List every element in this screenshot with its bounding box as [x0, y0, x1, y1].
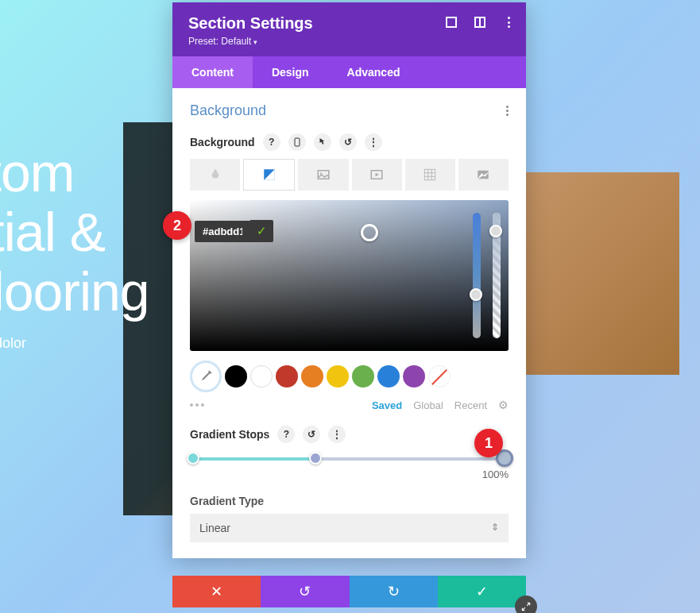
cancel-button[interactable]: ✕: [172, 576, 261, 607]
device-icon[interactable]: [288, 133, 306, 151]
save-button[interactable]: ✓: [438, 576, 526, 607]
bg-type-video[interactable]: [352, 159, 402, 191]
hero-image-right: [524, 172, 679, 375]
swatch-red[interactable]: [276, 365, 298, 387]
alpha-slider[interactable]: [493, 213, 501, 338]
tab-advanced[interactable]: Advanced: [328, 56, 420, 88]
options-icon[interactable]: ⋮: [365, 133, 382, 151]
gradient-position-value: 100%: [190, 468, 509, 480]
gradient-type-select[interactable]: Linear: [190, 514, 509, 542]
tab-content[interactable]: Content: [172, 56, 253, 88]
swatch-black[interactable]: [225, 365, 247, 387]
background-label: Background: [190, 136, 255, 148]
hero-line-3: Flooring: [0, 262, 149, 322]
swatch-blue[interactable]: [377, 365, 400, 387]
gradient-slider[interactable]: [190, 454, 509, 464]
swatch-white[interactable]: [250, 365, 273, 387]
bg-type-gradient[interactable]: [243, 159, 295, 191]
hue-slider[interactable]: [473, 213, 481, 338]
gradient-stops-label: Gradient Stops: [190, 428, 269, 441]
swatch-green[interactable]: [352, 365, 374, 387]
panel-footer: ✕ ↺ ↻ ✓: [172, 576, 526, 607]
bg-type-color[interactable]: [190, 159, 240, 191]
color-picker[interactable]: ✓: [190, 200, 509, 351]
bg-type-pattern[interactable]: [405, 159, 455, 191]
tabs: Content Design Advanced: [172, 56, 526, 88]
hero-sub-2: tem.: [0, 366, 149, 387]
undo-button[interactable]: ↺: [261, 576, 349, 607]
swatch-purple[interactable]: [403, 365, 425, 387]
svg-rect-5: [425, 169, 436, 180]
reset-icon[interactable]: ↺: [339, 133, 357, 151]
swatch-more-icon[interactable]: [190, 403, 204, 407]
redo-button[interactable]: ↻: [350, 576, 438, 607]
expand-icon[interactable]: [446, 17, 457, 28]
hero-sub-1: mnis dolor: [0, 333, 149, 354]
swatch-none[interactable]: [428, 365, 451, 387]
color-swatches: [190, 360, 509, 392]
preset-selector[interactable]: Preset: Default: [188, 36, 510, 47]
resize-handle[interactable]: [515, 596, 537, 613]
tab-design[interactable]: Design: [253, 56, 328, 88]
alpha-handle[interactable]: [489, 225, 502, 237]
bg-type-image[interactable]: [298, 159, 348, 191]
hex-confirm-button[interactable]: ✓: [250, 220, 273, 242]
hex-input[interactable]: [195, 221, 250, 242]
hero-line-1: stom: [0, 143, 149, 202]
bg-type-mask[interactable]: [458, 159, 509, 191]
gradient-options-icon[interactable]: ⋮: [328, 426, 346, 443]
split-view-icon[interactable]: [474, 17, 485, 28]
saved-tab[interactable]: Saved: [372, 399, 402, 411]
gradient-stop-1[interactable]: [187, 452, 199, 465]
swatch-yellow[interactable]: [327, 365, 349, 387]
gradient-reset-icon[interactable]: ↺: [303, 426, 320, 443]
swatch-orange[interactable]: [301, 365, 323, 387]
eyedropper-button[interactable]: [190, 360, 222, 392]
recent-tab[interactable]: Recent: [454, 399, 487, 411]
gradient-stop-2[interactable]: [309, 452, 322, 465]
color-handle[interactable]: [361, 224, 378, 241]
panel-header: Section Settings Preset: Default: [172, 2, 526, 56]
hero-line-2: ntial &: [0, 202, 149, 262]
gradient-type-label: Gradient Type: [190, 495, 509, 507]
background-type-tabs: [190, 159, 509, 191]
svg-rect-0: [295, 138, 300, 146]
settings-panel: Section Settings Preset: Default Content…: [172, 2, 526, 558]
section-menu-icon[interactable]: [506, 106, 509, 116]
more-menu-icon[interactable]: [503, 17, 514, 28]
hover-icon[interactable]: [314, 133, 331, 151]
palette-settings-icon[interactable]: ⚙: [498, 399, 509, 411]
hero-text: stom ntial & Flooring mnis dolor tem.: [0, 143, 149, 387]
gradient-help-icon[interactable]: ?: [277, 426, 295, 443]
hue-handle[interactable]: [470, 288, 482, 301]
annotation-marker-2: 2: [163, 211, 191, 240]
section-title[interactable]: Background: [190, 102, 266, 119]
help-icon[interactable]: ?: [263, 133, 280, 151]
global-tab[interactable]: Global: [413, 399, 443, 411]
annotation-marker-1: 1: [474, 429, 503, 457]
panel-body: Background Background ? ↺ ⋮ ✓: [172, 88, 526, 558]
